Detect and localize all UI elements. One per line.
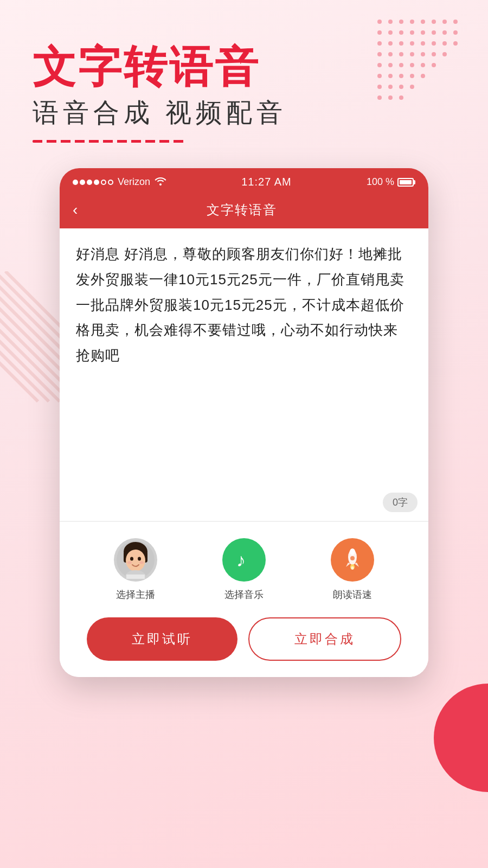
signal-dot-5 xyxy=(101,180,106,185)
character-count: 0字 xyxy=(383,493,418,512)
action-buttons: 立即试听 立即合成 xyxy=(81,617,407,666)
compose-button[interactable]: 立即合成 xyxy=(248,617,401,661)
wifi-icon xyxy=(155,176,166,188)
svg-point-63 xyxy=(126,550,145,571)
signal-dot-4 xyxy=(94,180,99,185)
signal-dot-1 xyxy=(73,180,78,185)
music-icon: ♪ xyxy=(222,538,266,582)
signal-strength xyxy=(73,180,113,185)
hero-section: 文字转语音 语音合成 视频配音 xyxy=(0,0,488,159)
speed-icon xyxy=(331,538,374,582)
phone-mockup: Verizon 11:27 AM 100 % ‹ 文字转语音 xyxy=(60,168,428,677)
status-bar-left: Verizon xyxy=(73,176,166,188)
carrier-name: Verizon xyxy=(118,176,150,188)
battery-percentage: 100 % xyxy=(367,176,394,188)
hero-subtitle: 语音合成 视频配音 xyxy=(33,95,455,130)
listen-button[interactable]: 立即试听 xyxy=(87,617,237,661)
svg-point-65 xyxy=(138,557,141,561)
signal-dot-2 xyxy=(80,180,85,185)
decorative-semicircle xyxy=(434,684,488,792)
svg-point-64 xyxy=(130,557,133,561)
svg-marker-74 xyxy=(355,563,359,567)
reading-speed-item[interactable]: 朗读语速 xyxy=(331,538,374,601)
battery-icon xyxy=(397,178,415,187)
svg-marker-73 xyxy=(346,563,350,567)
hero-underline-decoration xyxy=(33,140,184,143)
svg-point-67 xyxy=(139,561,144,564)
back-button[interactable]: ‹ xyxy=(73,201,84,219)
avatar-face-svg xyxy=(117,541,155,579)
speed-label: 朗读语速 xyxy=(333,588,372,601)
music-label: 选择音乐 xyxy=(224,588,264,601)
svg-text:♪: ♪ xyxy=(236,550,246,570)
svg-point-77 xyxy=(351,566,354,570)
rocket-svg xyxy=(340,547,365,572)
status-bar-right: 100 % xyxy=(367,176,415,188)
controls-row: 选择主播 ♪ 选择音乐 xyxy=(81,538,407,601)
signal-dot-6 xyxy=(108,180,113,185)
anchor-label: 选择主播 xyxy=(116,588,155,601)
hero-title: 文字转语音 xyxy=(33,43,455,91)
main-text-content: 好消息 好消息，尊敬的顾客朋友们你们好！地摊批发外贸服装一律10元15元25元一… xyxy=(76,241,412,368)
select-anchor-item[interactable]: 选择主播 xyxy=(114,538,157,601)
text-area-container[interactable]: 好消息 好消息，尊敬的顾客朋友们你们好！地摊批发外贸服装一律10元15元25元一… xyxy=(60,228,428,521)
select-music-item[interactable]: ♪ 选择音乐 xyxy=(222,538,266,601)
anchor-icon xyxy=(114,538,157,582)
svg-rect-69 xyxy=(126,575,145,579)
app-title: 文字转语音 xyxy=(84,201,399,219)
bottom-controls: 选择主播 ♪ 选择音乐 xyxy=(60,521,428,677)
signal-dot-3 xyxy=(87,180,92,185)
app-header: ‹ 文字转语音 xyxy=(60,194,428,228)
music-note-svg: ♪ xyxy=(232,548,256,572)
status-bar: Verizon 11:27 AM 100 % xyxy=(60,168,428,194)
status-time: 11:27 AM xyxy=(241,176,292,188)
svg-point-72 xyxy=(350,548,355,555)
svg-point-66 xyxy=(127,561,132,564)
svg-point-75 xyxy=(350,556,355,560)
